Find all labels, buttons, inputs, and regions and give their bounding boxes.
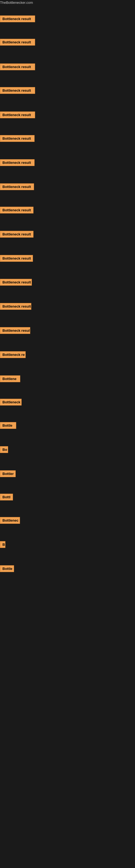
bottleneck-result-item[interactable]: Bottleneck result xyxy=(0,39,35,45)
bottleneck-result-item[interactable]: Bottleneck result xyxy=(0,303,31,310)
site-header: TheBottlenecker.com xyxy=(0,0,135,5)
bottleneck-result-item[interactable]: Bottle xyxy=(0,565,14,572)
bottleneck-result-item[interactable]: Bottl xyxy=(0,494,13,500)
bottleneck-result-item[interactable]: Bottleneck result xyxy=(0,87,35,94)
bottleneck-result-item[interactable]: Bottleneck result xyxy=(0,183,34,190)
bottleneck-result-item[interactable]: Bottleneck result xyxy=(0,112,35,118)
bottleneck-result-item[interactable]: Bottleneck result xyxy=(0,207,34,214)
bottleneck-result-item[interactable]: Bottleneck result xyxy=(0,231,34,238)
bottleneck-result-item[interactable]: Bottlenec xyxy=(0,517,20,524)
bottleneck-result-item[interactable]: Bo xyxy=(0,446,8,453)
bottleneck-result-item[interactable]: Bottleneck result xyxy=(0,16,35,22)
bottleneck-result-item[interactable]: Bottler xyxy=(0,470,16,477)
bottleneck-result-item[interactable]: B xyxy=(0,541,5,548)
bottleneck-result-item[interactable]: Bottleneck result xyxy=(0,255,33,262)
bottleneck-result-item[interactable]: Bottleneck result xyxy=(0,135,35,142)
bottleneck-result-item[interactable]: Bottleneck result xyxy=(0,327,30,334)
bottleneck-result-item[interactable]: Bottleneck result xyxy=(0,279,32,286)
bottleneck-result-item[interactable]: Bottlene xyxy=(0,375,20,382)
bottleneck-result-item[interactable]: Bottleneck re xyxy=(0,351,26,358)
bottleneck-result-item[interactable]: Bottleneck result xyxy=(0,63,35,70)
bottleneck-result-item[interactable]: Bottleneck result xyxy=(0,159,35,166)
bottleneck-result-item[interactable]: Bottleneck xyxy=(0,399,21,405)
bottleneck-result-item[interactable]: Bottle xyxy=(0,422,16,429)
